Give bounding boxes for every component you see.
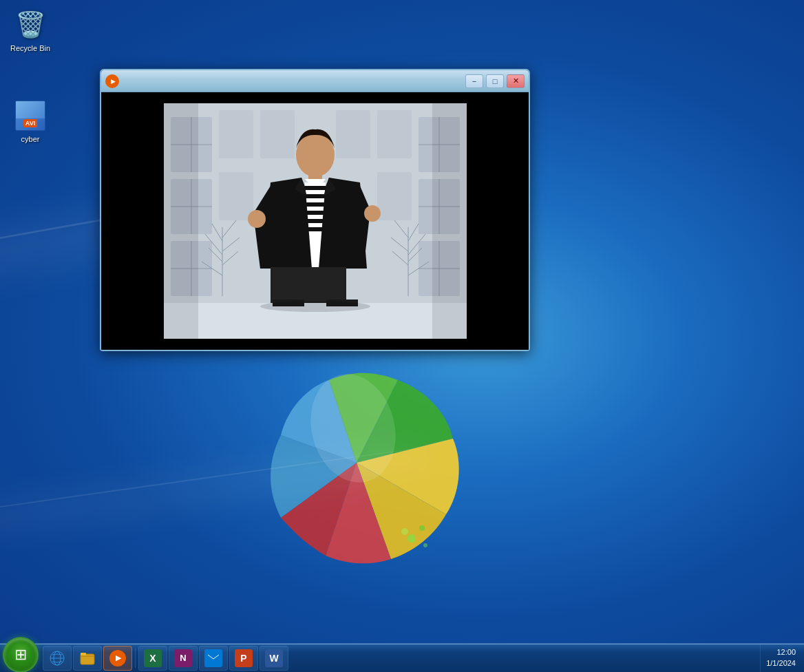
cyber-avi-icon[interactable]: AVI cyber [3,96,58,146]
svg-rect-51 [81,653,86,655]
taskbar-app-outlook[interactable] [199,646,228,671]
taskbar-app-powerpoint[interactable]: P [229,646,258,671]
svg-rect-38 [305,227,326,231]
time-display: 12:00 [766,647,796,658]
svg-point-39 [248,210,266,228]
window-controls: − □ ✕ [465,74,525,88]
taskbar-app-word[interactable]: W [260,646,288,671]
recycle-bin-label: Recycle Bin [10,44,50,52]
svg-rect-33 [305,186,326,190]
svg-rect-29 [219,172,253,220]
svg-point-1 [408,534,416,543]
svg-rect-34 [305,194,326,198]
media-player-logo [105,74,119,88]
svg-rect-27 [336,110,370,158]
system-tray: 12:00 1/1/2024 [760,644,801,672]
svg-point-2 [419,525,425,531]
svg-rect-26 [260,110,295,158]
taskbar: ▶ X N [0,643,804,672]
svg-rect-50 [81,654,94,664]
desktop: 🗑️ Recycle Bin AVI cyber − □ ✕ [0,0,804,672]
svg-point-44 [260,301,370,312]
start-button[interactable] [3,637,39,673]
avi-file-image: AVI [14,99,47,132]
minimize-button[interactable]: − [465,74,483,88]
svg-rect-36 [305,211,326,215]
taskbar-app-explorer[interactable] [73,646,102,671]
svg-point-3 [401,528,408,535]
svg-rect-37 [305,219,326,223]
svg-rect-35 [305,202,326,207]
svg-point-31 [296,133,335,177]
recycle-bin-icon[interactable]: 🗑️ Recycle Bin [3,6,58,55]
maximize-button[interactable]: □ [486,74,504,88]
svg-rect-45 [164,103,198,339]
taskbar-app-ie[interactable] [43,646,72,671]
svg-rect-25 [219,110,253,158]
taskbar-app-mediaplayer[interactable]: ▶ [103,646,132,671]
window-titlebar[interactable]: − □ ✕ [101,70,529,92]
close-button[interactable]: ✕ [507,74,525,88]
svg-rect-30 [377,172,412,220]
media-player-window: − □ ✕ [100,69,530,351]
svg-rect-41 [271,267,346,303]
clock[interactable]: 12:00 1/1/2024 [766,647,796,669]
svg-point-4 [423,543,427,547]
windows-logo [219,325,508,603]
date-display: 1/1/2024 [766,658,796,669]
svg-rect-46 [432,103,467,339]
taskbar-apps: ▶ X N [43,646,760,671]
taskbar-app-excel[interactable]: X [138,646,167,671]
video-background [164,103,467,339]
svg-rect-28 [377,110,412,158]
video-frame [164,103,467,339]
video-area [101,92,529,350]
taskbar-divider [135,649,136,668]
recycle-bin-image: 🗑️ [14,8,47,41]
cyber-avi-label: cyber [21,135,40,143]
taskbar-app-onenote[interactable]: N [169,646,198,671]
svg-point-40 [364,205,381,222]
svg-rect-52 [207,653,220,663]
